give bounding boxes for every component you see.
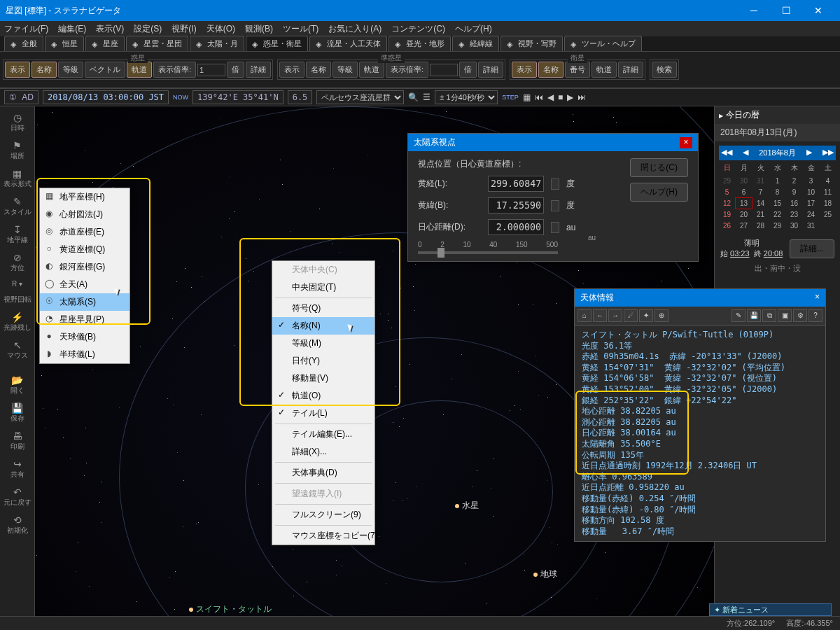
info-gear-icon[interactable]: ⚙ xyxy=(793,309,807,322)
calendar-day[interactable]: 29 xyxy=(769,220,785,231)
toolbar-button[interactable]: ベクトル xyxy=(85,62,125,78)
menu-item[interactable]: ●天球儀(B) xyxy=(40,328,130,346)
rewind-button[interactable]: ⏮ xyxy=(535,92,543,102)
calendar-day[interactable]: 29 xyxy=(719,176,735,186)
toolbar-button[interactable]: 表示 xyxy=(512,62,537,78)
menu-item[interactable]: 天体(O) xyxy=(206,23,235,35)
sidebar-button[interactable]: R ▾ xyxy=(2,277,33,290)
menu-item[interactable]: ✓軌道(O) xyxy=(272,387,374,405)
toolbar-button[interactable]: 表示倍率: xyxy=(386,62,428,78)
sidebar-button[interactable]: ✎スタイル xyxy=(2,193,33,220)
search-icon[interactable]: 🔍 xyxy=(408,92,419,102)
toolbar-button[interactable]: 名称 xyxy=(31,62,57,78)
cal-prev-month[interactable]: ◀ xyxy=(743,148,748,158)
sidebar-button[interactable]: 🖶印刷 xyxy=(2,428,33,454)
menu-item[interactable]: ◐銀河座標(G) xyxy=(40,258,130,276)
calendar-day[interactable]: 4 xyxy=(820,176,836,186)
menu-item[interactable]: ○黄道座標(Q) xyxy=(40,241,130,258)
calendar-day[interactable]: 31 xyxy=(752,176,769,186)
viewpoint-input[interactable] xyxy=(488,219,544,235)
info-tool1-icon[interactable]: ☄ xyxy=(624,309,638,322)
fov-field[interactable]: 6.5 xyxy=(288,90,313,104)
menu-item[interactable]: 日付(Y) xyxy=(272,352,374,370)
menu-item[interactable]: 移動量(V) xyxy=(272,370,374,387)
ribbon-tab[interactable]: ◈惑星・衛星 xyxy=(246,36,308,51)
ribbon-tab[interactable]: ◈星座 xyxy=(85,36,125,51)
menu-item[interactable]: ◎赤道座標(E) xyxy=(40,223,130,241)
toolbar-button[interactable]: 軌道 xyxy=(359,62,384,78)
menu-item[interactable]: ファイル(F) xyxy=(4,23,48,35)
calendar-day[interactable]: 27 xyxy=(736,220,752,231)
calendar-day[interactable]: 2 xyxy=(786,176,802,186)
menu-item[interactable]: ▦地平座標(H) xyxy=(40,188,130,206)
datetime-field[interactable]: 2018/08/13 03:00:00 JST xyxy=(43,90,169,104)
calendar-day[interactable] xyxy=(820,220,836,231)
toolbar-button[interactable]: 等級 xyxy=(58,62,83,78)
sidebar-button[interactable]: ◷日時 xyxy=(2,109,33,136)
toolbar-button[interactable]: 詳細 xyxy=(246,62,271,78)
toolbar-button[interactable]: 表示 xyxy=(5,62,30,78)
menu-item[interactable]: コンテンツ(C) xyxy=(391,23,445,35)
calendar-day[interactable]: 3 xyxy=(803,176,819,186)
menu-item[interactable]: 天体事典(D) xyxy=(272,464,374,482)
ribbon-tab[interactable]: ◈昼光・地形 xyxy=(388,36,451,51)
sidebar-button[interactable]: 視野回転 xyxy=(2,292,33,307)
menu-item[interactable]: フルスクリーン(9) xyxy=(272,506,374,524)
step-icon[interactable]: ▦ xyxy=(523,92,531,102)
toolbar-button[interactable]: 検索 xyxy=(652,62,677,78)
calendar-day[interactable]: 12 xyxy=(719,198,735,209)
toolbar-button[interactable]: 軌道 xyxy=(127,62,152,78)
menu-item[interactable]: 表示(V) xyxy=(96,23,124,35)
ribbon-tab[interactable]: ◈恒星 xyxy=(45,36,84,51)
calendar-day[interactable]: 19 xyxy=(719,209,735,220)
sidebar-button[interactable]: ⚡光跡残し xyxy=(2,309,33,335)
sidebar-button[interactable]: ⊘方位 xyxy=(2,249,33,276)
menu-item[interactable]: 編集(E) xyxy=(58,23,86,35)
calendar-day[interactable]: 21 xyxy=(752,209,769,220)
minimize-button[interactable]: ─ xyxy=(738,0,770,21)
calendar-day[interactable]: 20 xyxy=(736,209,752,220)
info-fwd-icon[interactable]: → xyxy=(608,309,622,322)
sidebar-button[interactable]: ▦表示形式 xyxy=(2,165,33,192)
menu-item[interactable]: ◗半球儀(L) xyxy=(40,346,130,363)
calendar-day[interactable]: 30 xyxy=(786,220,802,231)
toolbar-button[interactable]: 名称 xyxy=(306,62,331,78)
calendar-day[interactable]: 14 xyxy=(752,198,769,209)
menu-item[interactable]: 符号(Q) xyxy=(272,300,374,317)
calendar-day[interactable]: 22 xyxy=(769,209,785,220)
dropdown-icon[interactable] xyxy=(551,222,559,233)
viewpoint-close-icon[interactable]: × xyxy=(680,137,692,148)
toolbar-button[interactable]: 表示倍率: xyxy=(153,62,196,78)
ribbon-tab[interactable]: ◈ツール・ヘルプ xyxy=(564,36,642,51)
sidebar-button[interactable]: ↶元に戻す xyxy=(2,484,33,510)
list-icon[interactable]: ☰ xyxy=(423,92,430,102)
calendar-day[interactable]: 31 xyxy=(803,220,819,231)
info-help-icon[interactable]: ? xyxy=(808,309,822,322)
ribbon-tab[interactable]: ◈太陽・月 xyxy=(190,36,244,51)
target-select[interactable]: ペルセウス座流星群 xyxy=(316,90,404,104)
toolbar-button[interactable]: 名称 xyxy=(538,62,564,78)
toolbar-button[interactable]: 番号 xyxy=(565,62,590,78)
menu-item[interactable]: 中央固定(T) xyxy=(272,279,374,296)
detail-button[interactable]: 詳細... xyxy=(790,239,834,258)
info-edit-icon[interactable]: ✎ xyxy=(732,309,746,322)
now-indicator[interactable]: NOW xyxy=(173,94,188,101)
info-close-icon[interactable]: × xyxy=(815,292,820,304)
toolbar-input[interactable] xyxy=(430,64,458,76)
calendar-day[interactable]: 24 xyxy=(803,209,819,220)
viewpoint-input[interactable] xyxy=(488,176,544,192)
menu-item[interactable]: 詳細(X)... xyxy=(272,443,374,461)
stop-button[interactable]: ■ xyxy=(558,92,563,102)
sidebar-button[interactable]: 📂開く xyxy=(2,372,33,398)
menu-item[interactable]: テイル編集(E)... xyxy=(272,426,374,443)
location-field[interactable]: 139°42'E 35°41'N xyxy=(192,90,284,104)
toolbar-button[interactable]: 表示 xyxy=(279,62,304,78)
calendar-day[interactable]: 8 xyxy=(769,187,785,197)
ribbon-tab[interactable]: ◈視野・写野 xyxy=(500,36,563,51)
planet-label[interactable]: 地球 xyxy=(533,568,557,580)
cal-next-month[interactable]: ▶ xyxy=(806,148,812,158)
menu-item[interactable]: ◔星座早見(P) xyxy=(40,311,130,328)
menu-item[interactable]: 視野(I) xyxy=(172,23,196,35)
news-ticker[interactable]: ✦ 新着ニュース xyxy=(709,603,832,616)
toolbar-button[interactable]: 倍 xyxy=(227,62,244,78)
